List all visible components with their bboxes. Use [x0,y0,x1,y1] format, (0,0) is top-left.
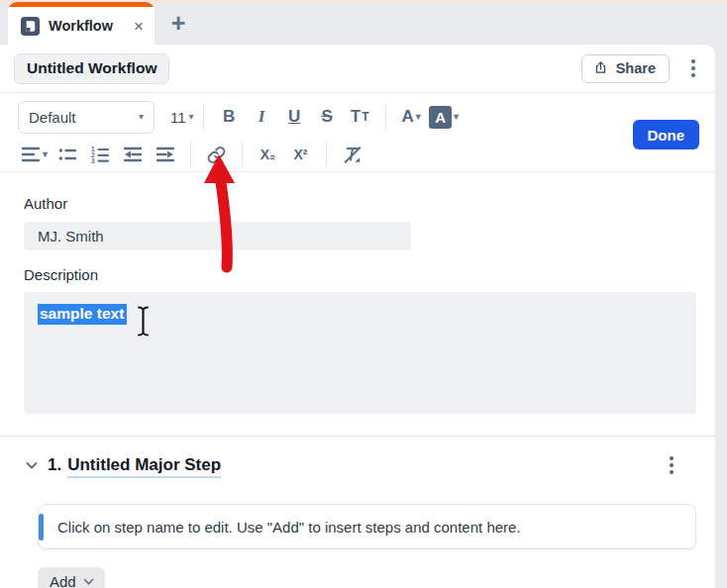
italic-icon: I [259,107,265,127]
indent-icon [156,145,175,164]
tab-close-icon[interactable]: × [133,18,145,35]
underline-icon: U [288,107,300,127]
indent-button[interactable] [149,140,181,169]
text-size-button[interactable]: TT [344,102,376,132]
chevron-down-icon [83,578,94,586]
subscript-button[interactable]: X₂ [252,140,284,169]
align-button[interactable]: ▾ [18,140,51,169]
toolbar-separator [326,142,327,167]
align-left-icon [21,145,41,164]
insert-link-button[interactable] [200,140,233,169]
toolbar-separator [242,142,243,167]
add-label: Add [50,573,76,588]
toolbar-separator [203,104,204,130]
underline-button[interactable]: U [278,102,311,132]
chevron-down-icon: ▾ [43,149,48,159]
outdent-button[interactable] [116,140,149,169]
title-bar: Untitled Workflow Share [0,45,715,93]
highlight-color-button[interactable]: A ▾ [428,102,461,132]
collapse-chevron-icon[interactable] [20,453,44,477]
text-cursor-icon [135,305,152,338]
text-color-button[interactable]: A ▾ [395,102,428,132]
tab-title: Workflow [49,18,124,34]
major-step-header: 1.Untitled Major Step [20,450,715,480]
app-logo-icon [21,17,40,36]
step-content-placeholder[interactable]: Click on step name to edit. Use "Add" to… [38,504,696,549]
new-tab-button[interactable]: + [164,9,192,37]
highlight-color-icon: A [429,106,452,129]
chevron-down-icon: ▾ [139,112,144,122]
description-label: Description [24,266,715,283]
toolbar-separator [190,142,191,167]
clear-formatting-icon [343,145,363,164]
share-button[interactable]: Share [581,54,670,83]
bullet-list-icon [57,145,77,164]
link-icon [206,145,227,165]
share-label: Share [616,60,656,76]
done-button[interactable]: Done [633,120,700,149]
text-size-icon-small: T [362,110,368,124]
workflow-form: Author MJ. Smith Description sample text… [0,172,715,588]
outdent-icon [123,145,143,164]
clear-formatting-button[interactable] [336,140,368,169]
paragraph-style-value: Default [29,109,139,126]
description-editor[interactable]: sample text [24,292,696,414]
add-button[interactable]: Add [38,567,105,588]
numbered-list-button[interactable]: 1 2 3 [83,140,116,169]
font-size-value: 11 [170,109,186,126]
workflow-editor: Untitled Workflow Share Default ▾ 11 ▾ [0,45,715,588]
selected-text: sample text [38,304,127,325]
workflow-overflow-menu-icon[interactable] [687,55,699,81]
step-number: 1. [48,455,61,474]
step-name-field[interactable]: Untitled Major Step [67,455,221,478]
text-color-icon: A [401,107,413,127]
step-placeholder-text: Click on step name to edit. Use "Add" to… [57,519,521,536]
workflow-title-field[interactable]: Untitled Workflow [14,53,169,84]
subscript-icon: X₂ [260,147,276,162]
bold-icon: B [223,107,235,127]
share-icon [593,60,608,75]
chevron-down-icon: ▾ [189,112,194,122]
italic-button[interactable]: I [246,102,278,132]
tab-workflow[interactable]: Workflow × [8,2,155,45]
strikethrough-button[interactable]: S [311,102,344,132]
step-overflow-menu-icon[interactable] [666,452,677,478]
numbered-list-icon: 1 2 3 [90,145,110,164]
chevron-down-icon: ▾ [416,112,421,122]
toolbar-separator [385,104,386,130]
author-field[interactable]: MJ. Smith [24,222,411,250]
author-label: Author [24,195,715,212]
svg-text:3: 3 [91,157,95,164]
step-title: 1.Untitled Major Step [48,455,221,475]
strikethrough-icon: S [321,107,332,127]
chevron-down-icon: ▾ [454,112,459,122]
section-divider [0,436,715,437]
bullet-list-button[interactable] [51,140,83,169]
paragraph-style-select[interactable]: Default ▾ [18,101,155,134]
text-size-icon: T [351,107,361,127]
superscript-icon: X² [294,147,308,162]
formatting-toolbar: Default ▾ 11 ▾ B I U S TT A ▾ A ▾ [0,93,715,172]
step-accent-bar [39,514,44,540]
font-size-select[interactable]: 11 ▾ [170,109,194,126]
bold-button[interactable]: B [213,102,246,132]
tab-bar: Workflow × + [0,0,727,45]
superscript-button[interactable]: X² [284,140,317,169]
